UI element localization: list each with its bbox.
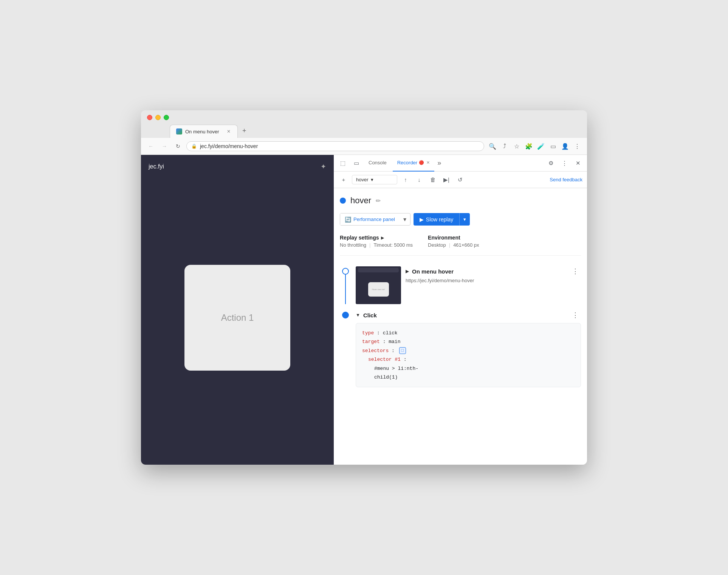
replay-button[interactable]: ▶|	[441, 175, 452, 185]
performance-panel-dropdown[interactable]: ▾	[400, 213, 410, 226]
search-button[interactable]: 🔍	[487, 141, 498, 151]
step-more-button-2[interactable]: ⋮	[570, 310, 581, 320]
bookmark-button[interactable]: ☆	[511, 141, 522, 151]
expand-step-icon[interactable]: ▶	[406, 269, 409, 274]
more-options-button[interactable]: ⋮	[572, 141, 582, 151]
forward-button[interactable]: →	[159, 141, 170, 151]
tab-favicon	[176, 128, 182, 134]
back-button[interactable]: ←	[146, 141, 156, 151]
replay-settings-title[interactable]: Replay settings ▶	[340, 235, 413, 241]
step-content-1: ▶ On menu hover ⋮ https://jec.fyi/demo/m…	[406, 266, 581, 304]
perf-chevron-icon: ▾	[403, 216, 406, 223]
tab-console[interactable]: Console	[364, 155, 391, 172]
more-tabs-button[interactable]: »	[436, 158, 443, 168]
profile-button[interactable]: 👤	[560, 141, 570, 151]
address-bar[interactable]: 🔒 jec.fyi/demo/menu-hover	[186, 141, 484, 151]
collapse-step-icon[interactable]: ▼	[356, 312, 360, 318]
active-tab[interactable]: On menu hover ✕	[170, 125, 238, 138]
recorder-tab-label: Recorder	[397, 160, 417, 165]
reload-button[interactable]: ↻	[173, 141, 183, 151]
tab-bar: On menu hover ✕ +	[147, 124, 581, 138]
back-icon: ←	[148, 143, 153, 149]
sun-icon[interactable]: ✦	[321, 162, 326, 171]
slow-replay-group: ▶ Slow replay ▾	[414, 213, 470, 226]
action-buttons-row: 🔄 Performance panel ▾ ▶ Slow replay	[340, 213, 581, 226]
recording-selector[interactable]: hover ▾	[352, 175, 397, 184]
step-more-button-1[interactable]: ⋮	[570, 266, 581, 276]
step-circle-2	[342, 312, 349, 318]
list-item: Hover over me! ▶	[340, 263, 581, 307]
main-area: jec.fyi ✦ Action 1 ⬚ ▭ Console	[141, 155, 587, 465]
replay-settings-value: No throttling | Timeout: 5000 ms	[340, 242, 413, 248]
recorder-tab-close[interactable]: ✕	[426, 160, 430, 165]
tab-recorder[interactable]: Recorder 🔴 ✕	[393, 155, 434, 172]
delete-recording-button[interactable]: 🗑	[428, 175, 438, 185]
selector1-val1: #menu > li:nth-	[374, 366, 418, 371]
selectors-key: selectors	[362, 348, 389, 354]
recording-name-label: hover	[356, 177, 369, 182]
settings-button[interactable]: ⚙	[545, 157, 557, 169]
devtools-special-icon[interactable]: 🧪	[536, 141, 546, 151]
split-icon: ▭	[550, 143, 556, 150]
settings-divider: |	[369, 242, 370, 248]
code-line-type: type : click	[362, 329, 575, 337]
nav-actions: 🔍 ⤴ ☆ 🧩 🧪 ▭ 👤 ⋮	[487, 141, 582, 151]
step-header-2: ▼ Click ⋮	[356, 310, 581, 320]
performance-panel-button[interactable]: 🔄 Performance panel	[340, 213, 400, 226]
profile-icon: 👤	[561, 143, 569, 150]
action-card: Action 1	[184, 265, 290, 371]
steps-list: Hover over me! ▶	[340, 263, 581, 390]
close-icon: ✕	[576, 160, 581, 167]
target-val: main	[389, 339, 400, 345]
thumbnail-text: Hover over me!	[372, 288, 385, 291]
devtools-more-button[interactable]: ⋮	[558, 157, 570, 169]
code-line-selector1-val1: #menu > li:nth-	[362, 364, 575, 373]
devtools-close-button[interactable]: ✕	[572, 157, 584, 169]
tab-title: On menu hover	[185, 129, 223, 134]
viewport-label: 461×660 px	[453, 242, 479, 248]
play-icon: ▶	[420, 216, 424, 223]
slow-replay-dropdown[interactable]: ▾	[459, 213, 470, 226]
reload-icon: ↻	[176, 143, 180, 149]
fullscreen-traffic-light[interactable]	[164, 115, 169, 120]
type-key: type	[362, 330, 374, 336]
edit-name-button[interactable]: ✏	[376, 197, 381, 204]
replay-icon: ▶|	[443, 176, 449, 183]
inspect-element-button[interactable]: ⬚	[337, 157, 349, 169]
slow-replay-button[interactable]: ▶ Slow replay	[414, 213, 459, 226]
environment-label: Environment	[428, 235, 460, 241]
device-toolbar-button[interactable]: ▭	[350, 157, 362, 169]
action-label: Action 1	[221, 312, 254, 323]
recorder-sub-toolbar: + hover ▾ ↑ ↓ 🗑 ▶| ↺	[334, 172, 587, 188]
step-name-1: On menu hover	[412, 268, 454, 275]
website-panel: jec.fyi ✦ Action 1	[141, 155, 334, 465]
export-button[interactable]: ↑	[400, 175, 411, 185]
forward-icon: →	[162, 143, 167, 149]
add-recording-button[interactable]: +	[338, 175, 349, 185]
code-line-selectors: selectors : ⬚	[362, 346, 575, 355]
minimize-traffic-light[interactable]	[155, 115, 161, 120]
extensions-button[interactable]: 🧩	[524, 141, 534, 151]
title-bar: On menu hover ✕ +	[141, 110, 587, 138]
cursor-icon: ⬚	[340, 160, 345, 167]
recording-title-row: hover ✏	[340, 196, 581, 206]
step-url-1: https://jec.fyi/demo/menu-hover	[406, 278, 581, 283]
new-tab-button[interactable]: +	[238, 124, 251, 138]
ellipsis-icon: ⋮	[574, 143, 580, 150]
environment-section: Environment Desktop | 461×660 px	[428, 235, 479, 248]
lock-icon: 🔒	[191, 144, 197, 149]
code-line-target: target : main	[362, 337, 575, 346]
undo-button[interactable]: ↺	[455, 175, 465, 185]
import-button[interactable]: ↓	[414, 175, 424, 185]
close-traffic-light[interactable]	[147, 115, 152, 120]
split-view-button[interactable]: ▭	[548, 141, 558, 151]
share-button[interactable]: ⤴	[499, 141, 510, 151]
desktop-label: Desktop	[428, 242, 446, 248]
tab-close-button[interactable]: ✕	[226, 128, 231, 135]
recorder-main-content: hover ✏ 🔄 Performance panel ▾	[334, 188, 587, 465]
replay-settings-label: Replay settings	[340, 235, 379, 241]
undo-icon: ↺	[458, 176, 463, 183]
step-name-2: Click	[363, 312, 377, 318]
send-feedback-link[interactable]: Send feedback	[550, 177, 582, 182]
selector-tool-icon[interactable]: ⬚	[399, 347, 406, 354]
